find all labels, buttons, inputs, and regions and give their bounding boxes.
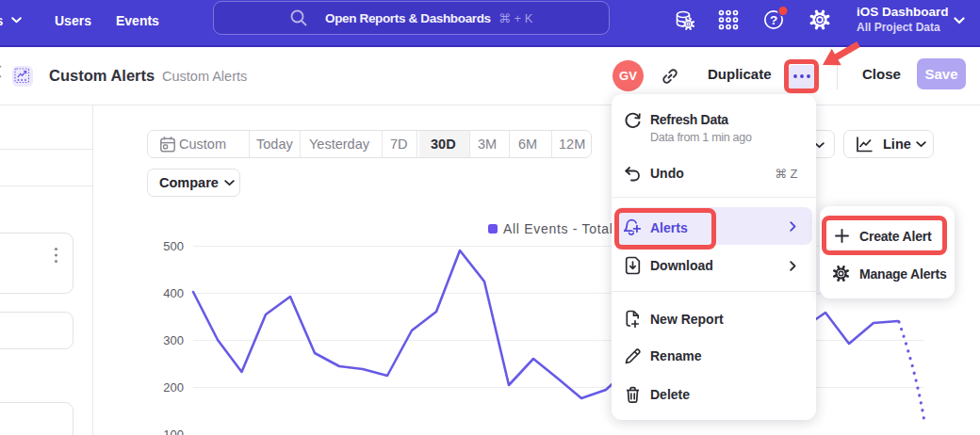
svg-text:300: 300 xyxy=(163,333,184,347)
svg-text:500: 500 xyxy=(163,239,184,253)
svg-text:400: 400 xyxy=(163,286,184,300)
svg-text:200: 200 xyxy=(163,380,184,395)
svg-text:All Events - Total: All Events - Total xyxy=(503,221,613,236)
svg-text:100: 100 xyxy=(163,427,184,435)
